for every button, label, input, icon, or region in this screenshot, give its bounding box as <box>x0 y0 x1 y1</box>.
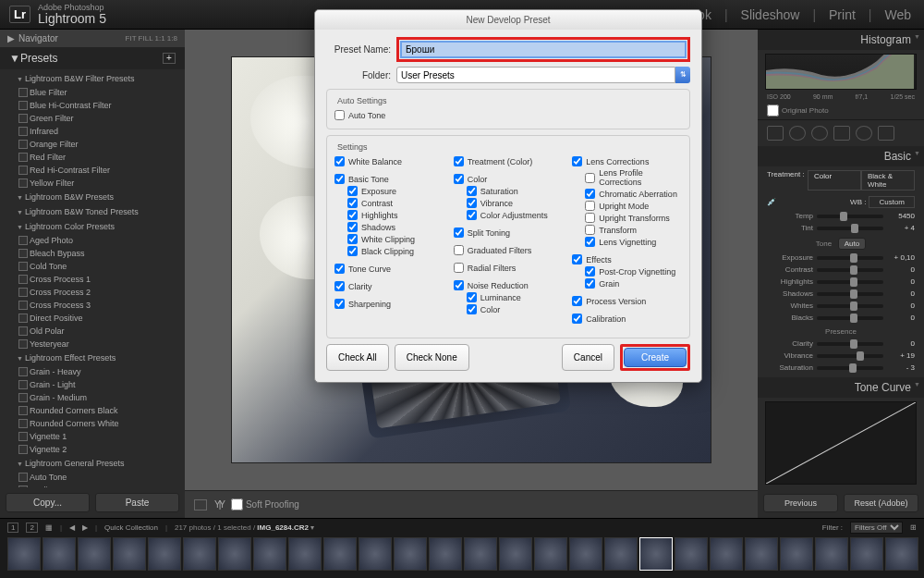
setting-checkbox[interactable]: Radial Filters <box>454 262 564 274</box>
setting-sub-checkbox[interactable]: Contrast <box>334 197 444 209</box>
slider-temp[interactable]: Temp5450 <box>758 210 924 222</box>
thumbnail[interactable] <box>7 537 41 571</box>
preset-item[interactable]: Orange Filter <box>0 138 185 151</box>
preset-item[interactable]: Medium Contrast Curve <box>0 484 185 487</box>
thumbnail[interactable] <box>675 537 708 571</box>
previous-button[interactable]: Previous <box>763 494 838 512</box>
thumbnail[interactable] <box>745 537 778 571</box>
filter-lock-icon[interactable]: ⊞ <box>910 523 917 532</box>
module-slideshow[interactable]: Slideshow <box>737 7 804 22</box>
preset-item[interactable]: Cross Process 2 <box>0 286 185 299</box>
wb-dropdown[interactable]: Custom <box>869 196 915 208</box>
setting-sub-checkbox[interactable]: Exposure <box>334 185 444 197</box>
loupe-view-icon[interactable] <box>194 499 207 510</box>
reset-button[interactable]: Reset (Adobe) <box>844 494 918 512</box>
preset-item[interactable]: Cross Process 1 <box>0 273 185 286</box>
preset-group[interactable]: Lightroom Color Presets <box>0 219 185 234</box>
setting-checkbox[interactable]: Graduated Filters <box>454 244 564 256</box>
preset-item[interactable]: Infrared <box>0 125 185 138</box>
slider-saturation[interactable]: Saturation- 3 <box>758 362 924 374</box>
slider-vibrance[interactable]: Vibrance+ 19 <box>758 350 924 362</box>
setting-checkbox[interactable]: Calibration <box>572 313 682 325</box>
preset-item[interactable]: Yesteryear <box>0 338 185 350</box>
slider-highlights[interactable]: Highlights0 <box>758 276 924 288</box>
preset-item[interactable]: Vignette 2 <box>0 443 185 456</box>
auto-tone-button[interactable]: Auto <box>838 238 866 250</box>
preset-group[interactable]: Lightroom Effect Presets <box>0 350 185 365</box>
preset-item[interactable]: Blue Hi-Contrast Filter <box>0 99 185 112</box>
check-all-button[interactable]: Check All <box>326 344 389 371</box>
graduated-filter-icon[interactable] <box>833 126 850 141</box>
module-web[interactable]: Web <box>881 7 915 22</box>
preset-item[interactable]: Cold Tone <box>0 260 185 273</box>
preset-group[interactable]: Lightroom B&W Filter Presets <box>0 71 185 86</box>
thumbnail[interactable] <box>323 537 357 571</box>
check-none-button[interactable]: Check None <box>395 344 469 371</box>
radial-filter-icon[interactable] <box>856 126 872 141</box>
setting-checkbox[interactable]: Process Version <box>572 295 682 307</box>
setting-sub-checkbox[interactable]: Upright Mode <box>572 200 682 212</box>
thumbnail[interactable] <box>639 537 673 571</box>
preset-group[interactable]: Lightroom B&W Toned Presets <box>0 204 185 219</box>
thumbnail[interactable] <box>499 537 532 571</box>
filmstrip-thumbs[interactable] <box>0 535 924 571</box>
thumbnail[interactable] <box>815 537 848 571</box>
create-button[interactable]: Create <box>624 348 687 367</box>
brush-tool-icon[interactable] <box>878 126 894 141</box>
treatment-color[interactable]: Color <box>808 170 861 191</box>
thumbnail[interactable] <box>253 537 286 571</box>
second-monitor-2[interactable]: 2 <box>26 523 37 533</box>
slider-exposure[interactable]: Exposure+ 0,10 <box>758 252 924 264</box>
preset-item[interactable]: Auto Tone <box>0 471 185 484</box>
filter-dropdown[interactable]: Filters Off <box>850 522 903 534</box>
copy-button[interactable]: Copy... <box>6 493 90 512</box>
thumbnail[interactable] <box>218 537 251 571</box>
setting-checkbox[interactable]: Effects <box>572 253 682 265</box>
setting-checkbox[interactable]: Basic Tone <box>334 173 444 185</box>
setting-sub-checkbox[interactable]: Lens Vignetting <box>572 236 682 248</box>
thumbnail[interactable] <box>780 537 813 571</box>
slider-tint[interactable]: Tint+ 4 <box>758 222 924 234</box>
thumbnail[interactable] <box>288 537 322 571</box>
preset-item[interactable]: Bleach Bypass <box>0 247 185 260</box>
thumbnail[interactable] <box>394 537 427 571</box>
preset-item[interactable]: Grain - Medium <box>0 391 185 404</box>
thumbnail[interactable] <box>148 537 181 571</box>
setting-checkbox[interactable]: Lens Corrections <box>572 155 682 167</box>
setting-sub-checkbox[interactable]: Vibrance <box>454 197 564 209</box>
preset-item[interactable]: Direct Positive <box>0 312 185 325</box>
collection-name[interactable]: Quick Collection <box>104 523 158 532</box>
thumbnail[interactable] <box>850 537 883 571</box>
select-arrow-icon[interactable]: ⇅ <box>675 67 690 83</box>
setting-checkbox[interactable]: Sharpening <box>334 298 444 310</box>
setting-checkbox[interactable]: Treatment (Color) <box>454 155 564 167</box>
setting-sub-checkbox[interactable]: Transform <box>572 224 682 236</box>
navigator-header[interactable]: ▶Navigator FIT FILL 1:1 1:8 <box>0 30 185 47</box>
histogram[interactable] <box>765 54 917 90</box>
thumbnail[interactable] <box>464 537 497 571</box>
preset-group[interactable]: Lightroom General Presets <box>0 456 185 471</box>
setting-sub-checkbox[interactable]: Highlights <box>334 209 444 221</box>
module-print[interactable]: Print <box>825 7 859 22</box>
setting-sub-checkbox[interactable]: Shadows <box>334 221 444 233</box>
thumbnail[interactable] <box>569 537 602 571</box>
tone-curve[interactable] <box>765 401 917 485</box>
setting-sub-checkbox[interactable]: Color Adjustments <box>454 209 564 221</box>
slider-clarity[interactable]: Clarity0 <box>758 338 924 350</box>
preset-item[interactable]: Rounded Corners White <box>0 417 185 430</box>
setting-checkbox[interactable]: White Balance <box>334 155 444 167</box>
preset-item[interactable]: Old Polar <box>0 325 185 338</box>
thumbnail[interactable] <box>78 537 111 571</box>
setting-checkbox[interactable]: Split Toning <box>454 227 564 239</box>
preset-item[interactable]: Cross Process 3 <box>0 299 185 312</box>
thumbnail[interactable] <box>43 537 76 571</box>
grid-icon[interactable]: ▦ <box>45 523 53 532</box>
preset-name-input[interactable] <box>400 41 687 58</box>
back-icon[interactable]: ◀ <box>69 523 75 532</box>
before-after-icon[interactable]: Y|Y <box>214 499 224 510</box>
slider-whites[interactable]: Whites0 <box>758 300 924 312</box>
preset-item[interactable]: Red Filter <box>0 151 185 164</box>
slider-shadows[interactable]: Shadows0 <box>758 288 924 300</box>
histogram-header[interactable]: Histogram <box>758 30 924 50</box>
setting-sub-checkbox[interactable]: Grain <box>572 277 682 289</box>
